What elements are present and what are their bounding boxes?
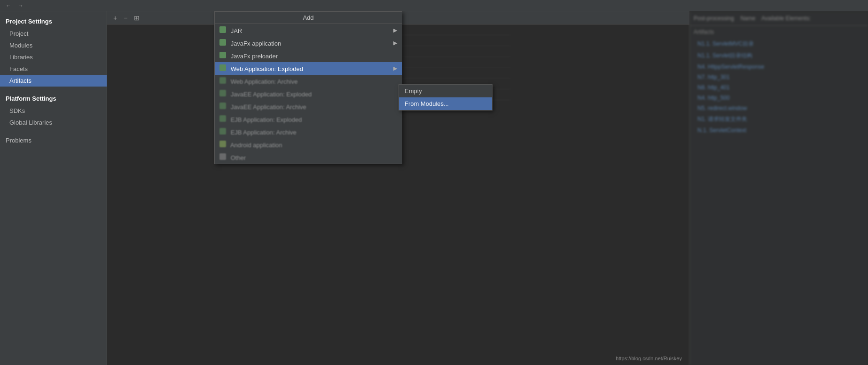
top-toolbar: ← → bbox=[0, 0, 868, 11]
right-panel-header: Post-processing Name Available Elements: bbox=[690, 11, 868, 26]
list-item: 1.5. HttpServletRespo... bbox=[214, 89, 511, 100]
content-area: + − ⊞ project.build <root> HttpServletRe… bbox=[107, 11, 689, 365]
bottom-url: https://blog.csdn.net/Ruiskey bbox=[616, 356, 682, 361]
sidebar-item-facets[interactable]: Facets bbox=[0, 63, 107, 75]
sidebar-item-global-libraries[interactable]: Global Libraries bbox=[0, 117, 107, 128]
sidebar: Project Settings Project Modules Librari… bbox=[0, 11, 107, 365]
right-panel-item: N4. HttppServletResponse bbox=[690, 62, 868, 72]
right-panel-item: N1.1. ServletMVC目录 bbox=[690, 38, 868, 50]
forward-icon[interactable]: → bbox=[16, 1, 25, 10]
right-panel-artifacts-label: Artifacts bbox=[690, 26, 868, 38]
right-panel-item: N.1. ServletContext bbox=[690, 125, 868, 135]
platform-settings-heading: Platform Settings bbox=[0, 90, 107, 105]
add-artifact-button[interactable]: + bbox=[111, 13, 119, 23]
project-settings-heading: Project Settings bbox=[0, 13, 107, 28]
sidebar-divider bbox=[0, 87, 107, 90]
right-panel-item: N8. http_401 bbox=[690, 82, 868, 93]
right-panel-item: N1. 请求转发文件夹 bbox=[690, 113, 868, 125]
list-item: project.build bbox=[214, 24, 511, 35]
list-item: 1.4. HttpSession was ... bbox=[214, 79, 511, 89]
sidebar-item-project[interactable]: Project bbox=[0, 28, 107, 40]
right-panel-item: N1.1. Servlet目录结构 bbox=[690, 50, 868, 62]
mid-content: project.build <root> HttpServletResponse… bbox=[214, 24, 511, 365]
list-item: HttpServletResponse' module: 'Web' fa... bbox=[214, 46, 511, 57]
list-item: 1.3. LocaleResolver.w... bbox=[214, 68, 511, 79]
right-panel: Post-processing Name Available Elements:… bbox=[689, 11, 868, 365]
main-layout: Project Settings Project Modules Librari… bbox=[0, 11, 868, 365]
sidebar-item-problems[interactable]: Problems bbox=[0, 132, 107, 147]
artifact-toolbar: + − ⊞ bbox=[107, 11, 689, 24]
back-icon[interactable]: ← bbox=[4, 1, 13, 10]
sidebar-item-sdks[interactable]: SDKs bbox=[0, 105, 107, 117]
sidebar-divider-2 bbox=[0, 128, 107, 132]
right-panel-item: N4. http_500 bbox=[690, 93, 868, 103]
list-item: 1.1. servlet-context.c... bbox=[214, 57, 511, 68]
right-panel-item: N7. http_301 bbox=[690, 72, 868, 82]
list-item: <root> bbox=[214, 35, 511, 46]
remove-artifact-button[interactable]: − bbox=[121, 13, 130, 23]
copy-artifact-button[interactable]: ⊞ bbox=[132, 13, 142, 23]
sidebar-item-artifacts[interactable]: Artifacts bbox=[0, 75, 107, 87]
sidebar-item-modules[interactable]: Modules bbox=[0, 40, 107, 51]
right-panel-item: N5. redirect.window bbox=[690, 103, 868, 113]
sidebar-item-libraries[interactable]: Libraries bbox=[0, 51, 107, 63]
